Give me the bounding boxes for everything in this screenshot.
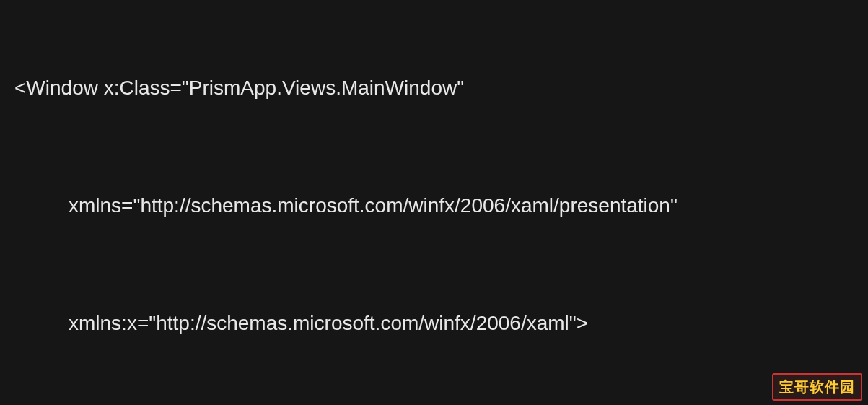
code-block: <Window x:Class="PrismApp.Views.MainWind… [14,17,854,405]
code-line-2: xmlns="http://schemas.microsoft.com/winf… [14,191,854,219]
code-line-1: <Window x:Class="PrismApp.Views.MainWind… [14,74,854,102]
watermark-badge: 宝哥软件园 [772,373,862,401]
code-line-3: xmlns:x="http://schemas.microsoft.com/wi… [14,309,854,337]
